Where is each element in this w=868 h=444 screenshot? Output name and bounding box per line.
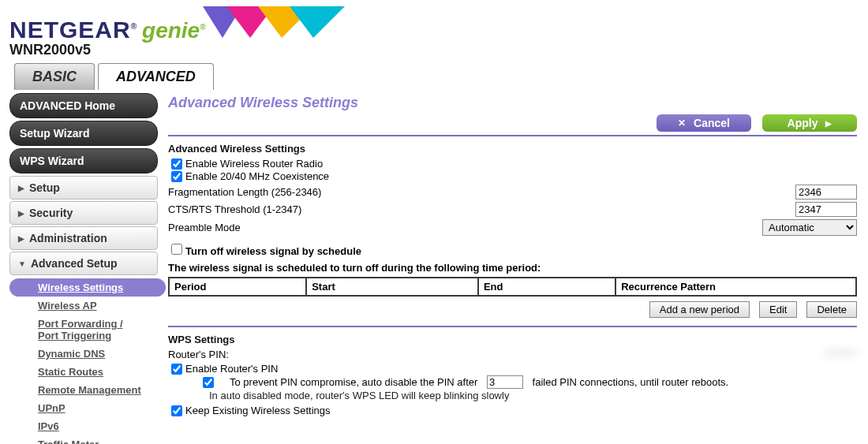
preamble-label: Preamble Mode [168, 222, 241, 233]
enable-router-pin-checkbox[interactable] [171, 364, 182, 375]
tab-basic[interactable]: BASIC [14, 63, 95, 90]
action-bar: ✕Cancel Apply▶ [168, 114, 857, 132]
add-period-button[interactable]: Add a new period [649, 301, 750, 318]
col-end: End [478, 278, 615, 296]
pin-fail-count-input[interactable] [487, 375, 523, 389]
sidebar-item-port-forwarding[interactable]: Port Forwarding / Port Triggering [9, 315, 162, 345]
brand-netgear: NETGEAR® [9, 17, 137, 43]
schedule-actions: Add a new period Edit Delete [168, 301, 857, 318]
sidebar-item-ipv6[interactable]: IPv6 [9, 417, 162, 435]
enable-router-pin-label: Enable Router's PIN [185, 363, 278, 375]
col-period: Period [169, 278, 306, 296]
page-title: Advanced Wireless Settings [168, 95, 857, 111]
chevron-right-icon: ▶ [18, 209, 24, 218]
chevron-right-icon: ▶ [18, 184, 24, 192]
model-label: WNR2000v5 [9, 42, 361, 58]
edit-period-button[interactable]: Edit [759, 301, 797, 318]
chevron-down-icon: ▼ [18, 259, 26, 268]
sidebar-wps-wizard[interactable]: WPS Wizard [9, 148, 158, 173]
schedule-table: Period Start End Recurrence Pattern [168, 277, 857, 297]
keep-settings-label: Keep Existing Wireless Settings [185, 405, 331, 416]
sidebar-sublist-advanced-setup: Wireless Settings Wireless AP Port Forwa… [9, 278, 162, 444]
schedule-off-checkbox[interactable] [171, 244, 182, 255]
sidebar-item-wireless-ap[interactable]: Wireless AP [9, 297, 162, 315]
auto-disable-pin-prefix: To prevent PIN compromise, auto disable … [230, 376, 477, 388]
enable-coex-label: Enable 20/40 MHz Coexistence [185, 170, 329, 182]
divider [168, 326, 857, 327]
enable-radio-label: Enable Wireless Router Radio [185, 158, 323, 170]
col-start: Start [306, 278, 478, 296]
delete-period-button[interactable]: Delete [806, 301, 857, 318]
auto-disable-pin-checkbox[interactable] [190, 377, 226, 388]
sidebar-group-administration[interactable]: ▶Administration [9, 226, 158, 250]
schedule-off-label: Turn off wireless signal by schedule [185, 245, 361, 257]
tab-advanced[interactable]: ADVANCED [98, 63, 214, 90]
sidebar-item-static-routes[interactable]: Static Routes [9, 363, 162, 381]
sidebar-group-setup[interactable]: ▶Setup [9, 176, 158, 200]
sidebar-item-wireless-settings[interactable]: Wireless Settings [9, 278, 166, 297]
content-panel: Advanced Wireless Settings ✕Cancel Apply… [162, 90, 868, 444]
sidebar-item-upnp[interactable]: UPnP [9, 399, 162, 417]
logo-triangles-icon [203, 6, 361, 38]
main-tabs: BASIC ADVANCED [14, 63, 868, 90]
sidebar-item-dynamic-dns[interactable]: Dynamic DNS [9, 345, 162, 363]
schedule-note: The wireless signal is scheduled to turn… [168, 262, 857, 274]
svg-marker-3 [290, 6, 345, 38]
fragmentation-input[interactable] [795, 185, 857, 200]
sidebar-advanced-home[interactable]: ADVANCED Home [9, 93, 158, 118]
ctsrts-input[interactable] [795, 202, 857, 217]
section-advanced-wireless: Advanced Wireless Settings [168, 143, 857, 155]
col-recurrence: Recurrence Pattern [615, 278, 856, 296]
brand-logo: NETGEAR® genie® WNR2000v5 [9, 6, 361, 58]
sidebar-item-traffic-meter[interactable]: Traffic Meter [9, 435, 162, 444]
ctsrts-label: CTS/RTS Threshold (1-2347) [168, 203, 301, 215]
fragmentation-label: Fragmentation Length (256-2346) [168, 186, 321, 198]
close-icon: ✕ [678, 118, 686, 129]
sidebar: ADVANCED Home Setup Wizard WPS Wizard ▶S… [0, 90, 162, 444]
router-pin-value: ******** [825, 349, 857, 360]
keep-settings-checkbox[interactable] [171, 405, 182, 416]
sidebar-group-advanced-setup[interactable]: ▼Advanced Setup [9, 252, 158, 275]
auto-disable-pin-suffix: failed PIN connections, until router reb… [533, 376, 729, 388]
enable-radio-checkbox[interactable] [171, 159, 182, 170]
enable-coex-checkbox[interactable] [171, 171, 182, 182]
cancel-button[interactable]: ✕Cancel [657, 114, 751, 132]
sidebar-setup-wizard[interactable]: Setup Wizard [9, 121, 158, 146]
divider [168, 135, 857, 136]
sidebar-group-security[interactable]: ▶Security [9, 201, 158, 225]
apply-button[interactable]: Apply▶ [762, 114, 857, 132]
section-wps: WPS Settings [168, 334, 857, 345]
router-pin-label: Router's PIN: [168, 349, 229, 360]
brand-genie: genie® [142, 18, 206, 43]
wps-led-note: In auto disabled mode, router's WPS LED … [209, 390, 857, 401]
preamble-select[interactable]: Automatic [762, 219, 857, 236]
sidebar-item-remote-management[interactable]: Remote Management [9, 381, 162, 399]
play-icon: ▶ [825, 119, 832, 128]
chevron-right-icon: ▶ [18, 234, 24, 243]
